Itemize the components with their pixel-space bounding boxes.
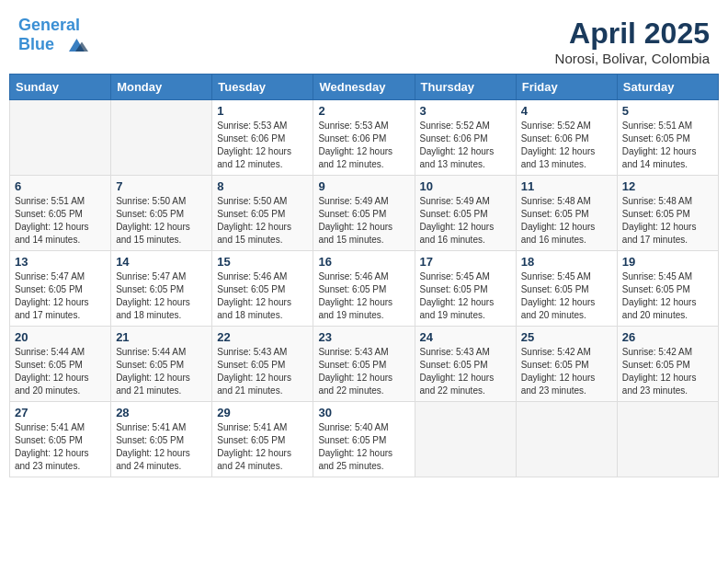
day-number: 3 xyxy=(420,104,511,118)
month-year-title: April 2025 xyxy=(555,17,710,51)
day-info: Sunrise: 5:50 AMSunset: 6:05 PMDaylight:… xyxy=(217,195,308,247)
day-info: Sunrise: 5:44 AMSunset: 6:05 PMDaylight:… xyxy=(15,346,106,397)
calendar-cell: 2Sunrise: 5:53 AMSunset: 6:06 PMDaylight… xyxy=(313,100,415,176)
calendar-cell: 24Sunrise: 5:43 AMSunset: 6:05 PMDayligh… xyxy=(415,327,516,402)
day-info: Sunrise: 5:44 AMSunset: 6:05 PMDaylight:… xyxy=(116,346,207,397)
day-info: Sunrise: 5:41 AMSunset: 6:05 PMDaylight:… xyxy=(116,421,207,473)
calendar-cell xyxy=(617,402,718,477)
day-info: Sunrise: 5:43 AMSunset: 6:05 PMDaylight:… xyxy=(318,346,409,397)
day-number: 1 xyxy=(217,104,308,118)
day-number: 14 xyxy=(116,255,207,269)
logo-icon xyxy=(63,35,88,55)
calendar-cell: 29Sunrise: 5:41 AMSunset: 6:05 PMDayligh… xyxy=(212,402,313,477)
calendar-cell: 20Sunrise: 5:44 AMSunset: 6:05 PMDayligh… xyxy=(10,327,111,402)
day-info: Sunrise: 5:46 AMSunset: 6:05 PMDaylight:… xyxy=(217,270,308,322)
day-info: Sunrise: 5:53 AMSunset: 6:06 PMDaylight:… xyxy=(318,120,409,171)
day-number: 7 xyxy=(116,179,207,193)
day-number: 10 xyxy=(420,179,511,193)
day-info: Sunrise: 5:40 AMSunset: 6:05 PMDaylight:… xyxy=(318,421,409,473)
day-info: Sunrise: 5:52 AMSunset: 6:06 PMDaylight:… xyxy=(420,120,511,171)
day-number: 6 xyxy=(15,179,106,193)
calendar-cell: 26Sunrise: 5:42 AMSunset: 6:05 PMDayligh… xyxy=(617,327,718,402)
calendar-cell xyxy=(111,100,212,176)
logo-blue: Blue xyxy=(18,35,54,53)
calendar-cell: 10Sunrise: 5:49 AMSunset: 6:05 PMDayligh… xyxy=(415,176,516,251)
calendar-cell: 7Sunrise: 5:50 AMSunset: 6:05 PMDaylight… xyxy=(111,176,212,251)
day-number: 8 xyxy=(217,179,308,193)
day-info: Sunrise: 5:41 AMSunset: 6:05 PMDaylight:… xyxy=(15,421,106,473)
calendar-cell: 19Sunrise: 5:45 AMSunset: 6:05 PMDayligh… xyxy=(617,251,718,327)
calendar-cell: 8Sunrise: 5:50 AMSunset: 6:05 PMDaylight… xyxy=(212,176,313,251)
calendar-cell: 14Sunrise: 5:47 AMSunset: 6:05 PMDayligh… xyxy=(111,251,212,327)
day-number: 25 xyxy=(521,330,612,344)
day-info: Sunrise: 5:51 AMSunset: 6:05 PMDaylight:… xyxy=(622,120,713,171)
calendar-cell xyxy=(516,402,617,477)
calendar-cell xyxy=(10,100,111,176)
day-info: Sunrise: 5:50 AMSunset: 6:05 PMDaylight:… xyxy=(116,195,207,247)
day-number: 21 xyxy=(116,330,207,344)
calendar-body: 1Sunrise: 5:53 AMSunset: 6:06 PMDaylight… xyxy=(10,100,719,477)
location-subtitle: Norosi, Bolivar, Colombia xyxy=(555,51,710,66)
day-info: Sunrise: 5:43 AMSunset: 6:05 PMDaylight:… xyxy=(217,346,308,397)
day-number: 13 xyxy=(15,255,106,269)
day-info: Sunrise: 5:42 AMSunset: 6:05 PMDaylight:… xyxy=(521,346,612,397)
calendar-table: SundayMondayTuesdayWednesdayThursdayFrid… xyxy=(9,74,719,477)
week-row-3: 13Sunrise: 5:47 AMSunset: 6:05 PMDayligh… xyxy=(10,251,719,327)
day-info: Sunrise: 5:41 AMSunset: 6:05 PMDaylight:… xyxy=(217,421,308,473)
day-number: 20 xyxy=(15,330,106,344)
logo-general: General xyxy=(18,16,80,34)
calendar-cell: 27Sunrise: 5:41 AMSunset: 6:05 PMDayligh… xyxy=(10,402,111,477)
day-number: 24 xyxy=(420,330,511,344)
weekday-monday: Monday xyxy=(111,75,212,100)
day-info: Sunrise: 5:51 AMSunset: 6:05 PMDaylight:… xyxy=(15,195,106,247)
calendar-cell: 6Sunrise: 5:51 AMSunset: 6:05 PMDaylight… xyxy=(10,176,111,251)
day-number: 2 xyxy=(318,104,409,118)
weekday-header-row: SundayMondayTuesdayWednesdayThursdayFrid… xyxy=(10,75,719,100)
calendar-cell: 28Sunrise: 5:41 AMSunset: 6:05 PMDayligh… xyxy=(111,402,212,477)
calendar-cell xyxy=(415,402,516,477)
calendar-cell: 11Sunrise: 5:48 AMSunset: 6:05 PMDayligh… xyxy=(516,176,617,251)
week-row-2: 6Sunrise: 5:51 AMSunset: 6:05 PMDaylight… xyxy=(10,176,719,251)
day-info: Sunrise: 5:49 AMSunset: 6:05 PMDaylight:… xyxy=(420,195,511,247)
weekday-wednesday: Wednesday xyxy=(313,75,415,100)
calendar-cell: 25Sunrise: 5:42 AMSunset: 6:05 PMDayligh… xyxy=(516,327,617,402)
calendar-cell: 9Sunrise: 5:49 AMSunset: 6:05 PMDaylight… xyxy=(313,176,415,251)
calendar-cell: 30Sunrise: 5:40 AMSunset: 6:05 PMDayligh… xyxy=(313,402,415,477)
calendar-cell: 4Sunrise: 5:52 AMSunset: 6:06 PMDaylight… xyxy=(516,100,617,176)
week-row-5: 27Sunrise: 5:41 AMSunset: 6:05 PMDayligh… xyxy=(10,402,719,477)
day-number: 29 xyxy=(217,406,308,419)
day-number: 16 xyxy=(318,255,409,269)
day-info: Sunrise: 5:48 AMSunset: 6:05 PMDaylight:… xyxy=(622,195,713,247)
day-info: Sunrise: 5:42 AMSunset: 6:05 PMDaylight:… xyxy=(622,346,713,397)
day-number: 26 xyxy=(622,330,713,344)
calendar-cell: 23Sunrise: 5:43 AMSunset: 6:05 PMDayligh… xyxy=(313,327,415,402)
day-number: 27 xyxy=(15,406,106,419)
calendar-cell: 12Sunrise: 5:48 AMSunset: 6:05 PMDayligh… xyxy=(617,176,718,251)
calendar-cell: 13Sunrise: 5:47 AMSunset: 6:05 PMDayligh… xyxy=(10,251,111,327)
calendar-cell: 1Sunrise: 5:53 AMSunset: 6:06 PMDaylight… xyxy=(212,100,313,176)
logo: General Blue xyxy=(18,17,88,55)
day-number: 9 xyxy=(318,179,409,193)
header: General Blue April 2025 Norosi, Bolivar,… xyxy=(9,9,719,70)
day-info: Sunrise: 5:45 AMSunset: 6:05 PMDaylight:… xyxy=(420,270,511,322)
calendar-cell: 21Sunrise: 5:44 AMSunset: 6:05 PMDayligh… xyxy=(111,327,212,402)
calendar-cell: 5Sunrise: 5:51 AMSunset: 6:05 PMDaylight… xyxy=(617,100,718,176)
calendar-cell: 3Sunrise: 5:52 AMSunset: 6:06 PMDaylight… xyxy=(415,100,516,176)
calendar-cell: 16Sunrise: 5:46 AMSunset: 6:05 PMDayligh… xyxy=(313,251,415,327)
week-row-1: 1Sunrise: 5:53 AMSunset: 6:06 PMDaylight… xyxy=(10,100,719,176)
weekday-saturday: Saturday xyxy=(617,75,718,100)
day-number: 15 xyxy=(217,255,308,269)
day-number: 12 xyxy=(622,179,713,193)
day-info: Sunrise: 5:53 AMSunset: 6:06 PMDaylight:… xyxy=(217,120,308,171)
calendar-cell: 17Sunrise: 5:45 AMSunset: 6:05 PMDayligh… xyxy=(415,251,516,327)
day-number: 23 xyxy=(318,330,409,344)
title-area: April 2025 Norosi, Bolivar, Colombia xyxy=(555,17,710,66)
day-info: Sunrise: 5:52 AMSunset: 6:06 PMDaylight:… xyxy=(521,120,612,171)
weekday-thursday: Thursday xyxy=(415,75,516,100)
day-number: 19 xyxy=(622,255,713,269)
day-number: 18 xyxy=(521,255,612,269)
day-info: Sunrise: 5:47 AMSunset: 6:05 PMDaylight:… xyxy=(116,270,207,322)
day-info: Sunrise: 5:45 AMSunset: 6:05 PMDaylight:… xyxy=(521,270,612,322)
day-info: Sunrise: 5:43 AMSunset: 6:05 PMDaylight:… xyxy=(420,346,511,397)
calendar-cell: 18Sunrise: 5:45 AMSunset: 6:05 PMDayligh… xyxy=(516,251,617,327)
